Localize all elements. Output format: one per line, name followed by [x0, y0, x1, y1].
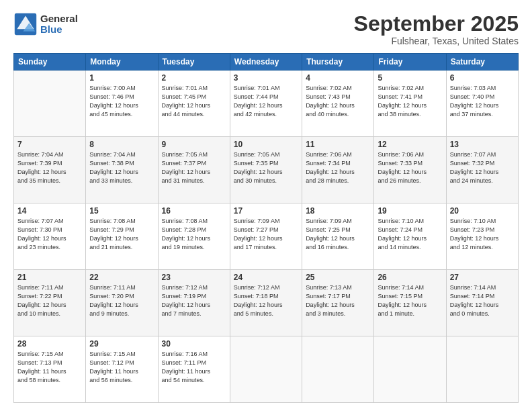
- day-number: 25: [306, 273, 370, 282]
- day-number: 18: [306, 206, 370, 216]
- day-number: 1: [89, 73, 154, 83]
- day-info: Sunrise: 7:12 AM Sunset: 7:18 PM Dayligh…: [234, 283, 298, 318]
- col-wednesday: Wednesday: [230, 54, 302, 71]
- logo-icon: [13, 12, 38, 36]
- table-row: [302, 336, 374, 403]
- day-info: Sunrise: 7:05 AM Sunset: 7:37 PM Dayligh…: [162, 150, 226, 185]
- day-info: Sunrise: 7:09 AM Sunset: 7:25 PM Dayligh…: [306, 217, 370, 252]
- day-number: 26: [378, 273, 442, 282]
- day-number: 14: [17, 206, 82, 216]
- table-row: [14, 71, 86, 137]
- table-row: 9Sunrise: 7:05 AM Sunset: 7:37 PM Daylig…: [158, 137, 230, 203]
- calendar-location: Fulshear, Texas, United States: [354, 36, 519, 46]
- day-number: 9: [162, 140, 226, 149]
- day-number: 23: [162, 273, 226, 282]
- day-info: Sunrise: 7:13 AM Sunset: 7:17 PM Dayligh…: [306, 283, 370, 318]
- table-row: [446, 336, 518, 403]
- table-row: 8Sunrise: 7:04 AM Sunset: 7:38 PM Daylig…: [86, 137, 158, 203]
- table-row: 27Sunrise: 7:14 AM Sunset: 7:14 PM Dayli…: [446, 270, 518, 336]
- table-row: 16Sunrise: 7:08 AM Sunset: 7:28 PM Dayli…: [158, 203, 230, 270]
- day-number: 28: [17, 339, 82, 349]
- day-info: Sunrise: 7:01 AM Sunset: 7:44 PM Dayligh…: [234, 84, 298, 119]
- calendar-title: September 2025: [354, 12, 519, 36]
- col-saturday: Saturday: [446, 54, 518, 71]
- table-row: 3Sunrise: 7:01 AM Sunset: 7:44 PM Daylig…: [230, 71, 302, 137]
- table-row: [374, 336, 446, 403]
- day-number: 6: [450, 73, 515, 83]
- table-row: 21Sunrise: 7:11 AM Sunset: 7:22 PM Dayli…: [14, 270, 86, 336]
- day-info: Sunrise: 7:14 AM Sunset: 7:14 PM Dayligh…: [450, 283, 515, 318]
- day-info: Sunrise: 7:06 AM Sunset: 7:33 PM Dayligh…: [378, 150, 442, 185]
- day-info: Sunrise: 7:08 AM Sunset: 7:29 PM Dayligh…: [89, 217, 154, 252]
- calendar-week-row: 14Sunrise: 7:07 AM Sunset: 7:30 PM Dayli…: [14, 203, 519, 270]
- day-info: Sunrise: 7:08 AM Sunset: 7:28 PM Dayligh…: [162, 217, 226, 252]
- day-info: Sunrise: 7:15 AM Sunset: 7:12 PM Dayligh…: [89, 350, 154, 385]
- table-row: [230, 336, 302, 403]
- day-info: Sunrise: 7:07 AM Sunset: 7:32 PM Dayligh…: [450, 150, 515, 185]
- day-number: 10: [234, 140, 298, 149]
- day-info: Sunrise: 7:03 AM Sunset: 7:40 PM Dayligh…: [450, 84, 515, 119]
- day-number: 13: [450, 140, 515, 149]
- day-number: 22: [89, 273, 154, 282]
- day-info: Sunrise: 7:00 AM Sunset: 7:46 PM Dayligh…: [89, 84, 154, 119]
- day-number: 27: [450, 273, 515, 282]
- table-row: 5Sunrise: 7:02 AM Sunset: 7:41 PM Daylig…: [374, 71, 446, 137]
- table-row: 23Sunrise: 7:12 AM Sunset: 7:19 PM Dayli…: [158, 270, 230, 336]
- day-info: Sunrise: 7:02 AM Sunset: 7:41 PM Dayligh…: [378, 84, 442, 119]
- logo-blue-text: Blue: [40, 24, 78, 36]
- day-info: Sunrise: 7:07 AM Sunset: 7:30 PM Dayligh…: [17, 217, 82, 252]
- day-number: 16: [162, 206, 226, 216]
- title-block: September 2025 Fulshear, Texas, United S…: [354, 12, 519, 46]
- day-info: Sunrise: 7:16 AM Sunset: 7:11 PM Dayligh…: [162, 350, 226, 385]
- table-row: 30Sunrise: 7:16 AM Sunset: 7:11 PM Dayli…: [158, 336, 230, 403]
- day-number: 12: [378, 140, 442, 149]
- day-info: Sunrise: 7:04 AM Sunset: 7:38 PM Dayligh…: [89, 150, 154, 185]
- table-row: 13Sunrise: 7:07 AM Sunset: 7:32 PM Dayli…: [446, 137, 518, 203]
- day-number: 19: [378, 206, 442, 216]
- day-number: 8: [89, 140, 154, 149]
- day-info: Sunrise: 7:01 AM Sunset: 7:45 PM Dayligh…: [162, 84, 226, 119]
- table-row: 28Sunrise: 7:15 AM Sunset: 7:13 PM Dayli…: [14, 336, 86, 403]
- table-row: 29Sunrise: 7:15 AM Sunset: 7:12 PM Dayli…: [86, 336, 158, 403]
- table-row: 22Sunrise: 7:11 AM Sunset: 7:20 PM Dayli…: [86, 270, 158, 336]
- calendar-week-row: 7Sunrise: 7:04 AM Sunset: 7:39 PM Daylig…: [14, 137, 519, 203]
- table-row: 24Sunrise: 7:12 AM Sunset: 7:18 PM Dayli…: [230, 270, 302, 336]
- day-info: Sunrise: 7:14 AM Sunset: 7:15 PM Dayligh…: [378, 283, 442, 318]
- table-row: 15Sunrise: 7:08 AM Sunset: 7:29 PM Dayli…: [86, 203, 158, 270]
- day-info: Sunrise: 7:10 AM Sunset: 7:23 PM Dayligh…: [450, 217, 515, 252]
- day-info: Sunrise: 7:11 AM Sunset: 7:20 PM Dayligh…: [89, 283, 154, 318]
- day-info: Sunrise: 7:02 AM Sunset: 7:43 PM Dayligh…: [306, 84, 370, 119]
- table-row: 25Sunrise: 7:13 AM Sunset: 7:17 PM Dayli…: [302, 270, 374, 336]
- calendar-header-row: Sunday Monday Tuesday Wednesday Thursday…: [14, 54, 519, 71]
- col-friday: Friday: [374, 54, 446, 71]
- table-row: 7Sunrise: 7:04 AM Sunset: 7:39 PM Daylig…: [14, 137, 86, 203]
- calendar-week-row: 28Sunrise: 7:15 AM Sunset: 7:13 PM Dayli…: [14, 336, 519, 403]
- col-tuesday: Tuesday: [158, 54, 230, 71]
- day-number: 17: [234, 206, 298, 216]
- day-info: Sunrise: 7:15 AM Sunset: 7:13 PM Dayligh…: [17, 350, 82, 385]
- table-row: 17Sunrise: 7:09 AM Sunset: 7:27 PM Dayli…: [230, 203, 302, 270]
- calendar-week-row: 1Sunrise: 7:00 AM Sunset: 7:46 PM Daylig…: [14, 71, 519, 137]
- day-number: 29: [89, 339, 154, 349]
- day-info: Sunrise: 7:12 AM Sunset: 7:19 PM Dayligh…: [162, 283, 226, 318]
- table-row: 12Sunrise: 7:06 AM Sunset: 7:33 PM Dayli…: [374, 137, 446, 203]
- table-row: 14Sunrise: 7:07 AM Sunset: 7:30 PM Dayli…: [14, 203, 86, 270]
- calendar-week-row: 21Sunrise: 7:11 AM Sunset: 7:22 PM Dayli…: [14, 270, 519, 336]
- table-row: 26Sunrise: 7:14 AM Sunset: 7:15 PM Dayli…: [374, 270, 446, 336]
- table-row: 2Sunrise: 7:01 AM Sunset: 7:45 PM Daylig…: [158, 71, 230, 137]
- page: General Blue September 2025 Fulshear, Te…: [0, 0, 532, 411]
- logo: General Blue: [13, 12, 78, 36]
- day-number: 30: [162, 339, 226, 349]
- day-number: 5: [378, 73, 442, 83]
- calendar-table: Sunday Monday Tuesday Wednesday Thursday…: [13, 53, 519, 403]
- day-info: Sunrise: 7:10 AM Sunset: 7:24 PM Dayligh…: [378, 217, 442, 252]
- col-monday: Monday: [86, 54, 158, 71]
- col-thursday: Thursday: [302, 54, 374, 71]
- logo-text: General Blue: [40, 13, 78, 36]
- day-number: 7: [17, 140, 82, 149]
- table-row: 4Sunrise: 7:02 AM Sunset: 7:43 PM Daylig…: [302, 71, 374, 137]
- day-number: 11: [306, 140, 370, 149]
- logo-general-text: General: [40, 13, 78, 25]
- table-row: 10Sunrise: 7:05 AM Sunset: 7:35 PM Dayli…: [230, 137, 302, 203]
- day-number: 3: [234, 73, 298, 83]
